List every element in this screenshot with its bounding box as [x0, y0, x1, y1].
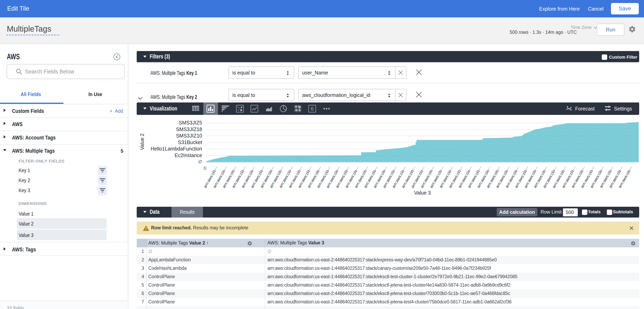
svg-text:∅: ∅ — [198, 159, 202, 164]
svg-text:Value 2: Value 2 — [139, 134, 145, 150]
svg-text:SMS3JIZ5: SMS3JIZ5 — [179, 120, 202, 126]
svg-text:∅: ∅ — [202, 166, 208, 171]
svg-text:Value 3: Value 3 — [414, 190, 431, 196]
svg-text:SMS3JIZ18: SMS3JIZ18 — [176, 126, 202, 132]
svg-text:Hello1LambdaFunction: Hello1LambdaFunction — [151, 146, 202, 152]
svg-text:S31Bucket: S31Bucket — [178, 140, 202, 145]
svg-text:Ec2Instance: Ec2Instance — [174, 152, 202, 158]
svg-text:SMS3JIZ10: SMS3JIZ10 — [176, 133, 202, 138]
svg-text:6: 6 — [311, 106, 314, 112]
